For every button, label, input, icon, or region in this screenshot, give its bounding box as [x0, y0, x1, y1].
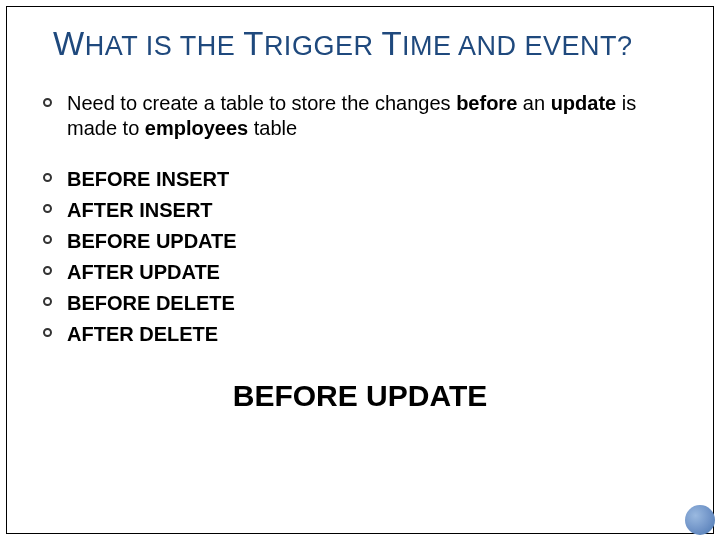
bullet-list: Need to create a table to store the chan… [41, 91, 679, 347]
slide-title: WHAT IS THE TRIGGER TIME AND EVENT? [7, 7, 713, 63]
option-item: BEFORE DELETE [41, 291, 679, 316]
slide-content: Need to create a table to store the chan… [7, 63, 713, 415]
option-item: BEFORE UPDATE [41, 229, 679, 254]
intro-bullet: Need to create a table to store the chan… [41, 91, 679, 141]
option-item: BEFORE INSERT [41, 167, 679, 192]
slide-frame: WHAT IS THE TRIGGER TIME AND EVENT? Need… [6, 6, 714, 534]
options-list: BEFORE INSERTAFTER INSERTBEFORE UPDATEAF… [41, 167, 679, 347]
option-item: AFTER UPDATE [41, 260, 679, 285]
options-container: BEFORE INSERTAFTER INSERTBEFORE UPDATEAF… [41, 167, 679, 347]
option-item: AFTER DELETE [41, 322, 679, 347]
answer-text: BEFORE UPDATE [41, 377, 679, 415]
decorative-sphere-icon [685, 505, 715, 535]
option-item: AFTER INSERT [41, 198, 679, 223]
